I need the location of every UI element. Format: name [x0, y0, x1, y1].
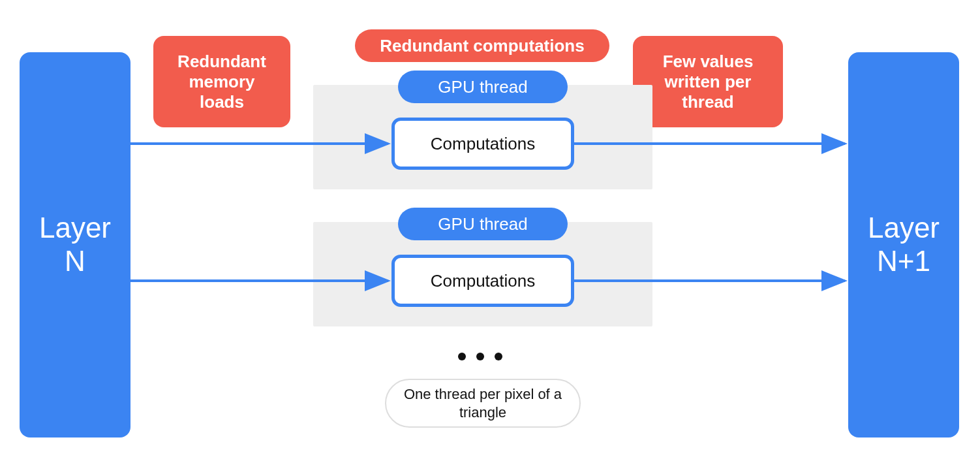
thread-2-comp-box: Computations	[391, 255, 574, 307]
thread-1-comp-label: Computations	[431, 134, 535, 154]
thread-1-comp-box: Computations	[391, 118, 574, 170]
layer-n1-box: Layer N+1	[848, 52, 959, 437]
footer-pill: One thread per pixel of a triangle	[385, 379, 581, 428]
callout-redundant-memory-label: Redundant memory loads	[166, 52, 277, 112]
callout-redundant-memory: Redundant memory loads	[153, 36, 290, 127]
callout-few-values-label: Few values written per thread	[646, 52, 770, 112]
thread-2-comp-label: Computations	[431, 271, 535, 291]
callout-redundant-comp: Redundant computations	[355, 29, 609, 62]
thread-2-pill: GPU thread	[398, 208, 568, 240]
callout-redundant-comp-label: Redundant computations	[380, 36, 584, 56]
thread-1-pill: GPU thread	[398, 71, 568, 103]
footer-pill-label: One thread per pixel of a triangle	[402, 385, 564, 421]
layer-n-box: Layer N	[20, 52, 130, 437]
layer-n1-label: Layer N+1	[868, 212, 940, 278]
diagram-stage: Layer N Layer N+1 Redundant memory loads…	[0, 0, 980, 461]
thread-2-label: GPU thread	[438, 214, 527, 234]
thread-1-label: GPU thread	[438, 77, 527, 97]
layer-n-label: Layer N	[39, 212, 111, 278]
ellipsis-dots	[458, 353, 502, 360]
callout-few-values: Few values written per thread	[633, 36, 783, 127]
